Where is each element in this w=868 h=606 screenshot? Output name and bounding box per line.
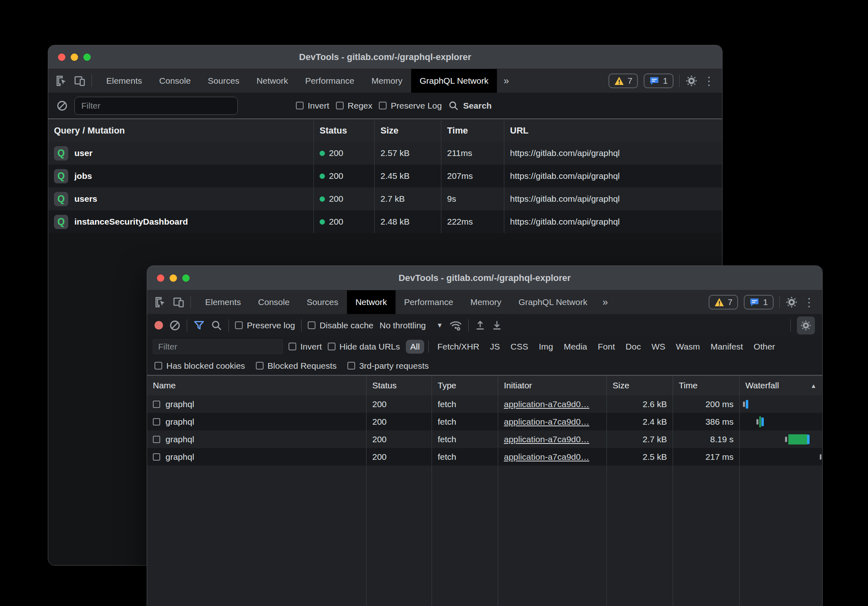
filter-input[interactable] <box>74 97 238 115</box>
checkbox[interactable] <box>328 343 336 350</box>
more-tabs-chevron[interactable]: » <box>497 69 515 93</box>
inspect-element-icon[interactable] <box>154 296 167 308</box>
network-settings-button[interactable] <box>797 316 815 334</box>
checkbox[interactable] <box>336 102 344 109</box>
filter-input[interactable] <box>153 339 283 354</box>
tab-elements[interactable]: Elements <box>98 69 151 93</box>
filter-chip-all[interactable]: All <box>406 340 424 354</box>
filter-chip-font[interactable]: Font <box>593 340 620 354</box>
titlebar[interactable]: DevTools - gitlab.com/-/graphql-explorer <box>48 45 722 69</box>
filter-chip-fetch-xhr[interactable]: Fetch/XHR <box>433 340 484 354</box>
table-row[interactable]: Quser 200 2.57 kB 211ms https://gitlab.c… <box>48 142 722 165</box>
column-header-query-mutation[interactable]: Query / Mutation <box>48 119 313 142</box>
checkbox[interactable] <box>347 362 355 370</box>
hide-data-urls-checkbox[interactable]: Hide data URLs <box>328 342 400 352</box>
has-blocked-cookies-checkbox[interactable]: Has blocked cookies <box>154 361 245 371</box>
tab-sources[interactable]: Sources <box>199 69 248 93</box>
third-party-requests-checkbox[interactable]: 3rd-party requests <box>347 361 429 371</box>
table-row[interactable]: Qusers 200 2.7 kB 9s https://gitlab.com/… <box>48 187 722 210</box>
filter-chip-img[interactable]: Img <box>535 340 558 354</box>
kebab-menu-icon[interactable]: ⋮ <box>703 74 715 88</box>
warnings-badge[interactable]: 7 <box>709 295 738 310</box>
column-header-time[interactable]: Time <box>441 119 504 142</box>
initiator-link[interactable]: application-a7ca9d0… <box>504 452 589 462</box>
checkbox[interactable] <box>256 362 264 370</box>
column-header-initiator[interactable]: Initiator <box>498 376 606 395</box>
tab-graphql-network[interactable]: GraphQL Network <box>411 69 497 93</box>
settings-gear-icon[interactable] <box>785 296 798 308</box>
tab-elements[interactable]: Elements <box>197 290 250 314</box>
filter-chip-css[interactable]: CSS <box>506 340 532 354</box>
column-header-time[interactable]: Time <box>673 376 739 395</box>
column-header-name[interactable]: Name <box>147 376 366 395</box>
filter-chip-media[interactable]: Media <box>559 340 592 354</box>
checkbox[interactable] <box>379 102 387 109</box>
settings-gear-icon[interactable] <box>685 75 698 87</box>
inspect-element-icon[interactable] <box>56 75 68 87</box>
tab-memory[interactable]: Memory <box>462 290 510 314</box>
initiator-link[interactable]: application-a7ca9d0… <box>504 399 589 409</box>
tab-graphql-network[interactable]: GraphQL Network <box>510 290 596 314</box>
network-conditions-icon[interactable] <box>449 319 462 332</box>
filter-chip-ws[interactable]: WS <box>647 340 670 354</box>
minimize-window-button[interactable] <box>71 53 78 61</box>
clear-icon[interactable] <box>56 100 68 111</box>
export-har-icon[interactable] <box>492 320 502 331</box>
row-checkbox[interactable] <box>153 401 160 408</box>
column-header-size[interactable]: Size <box>606 376 673 395</box>
column-header-size[interactable]: Size <box>374 119 441 142</box>
column-header-status[interactable]: Status <box>366 376 432 395</box>
table-row[interactable]: graphql 200 fetch application-a7ca9d0… 2… <box>147 430 822 448</box>
filter-chip-js[interactable]: JS <box>485 340 505 354</box>
checkbox[interactable] <box>308 321 315 329</box>
checkbox[interactable] <box>154 362 162 370</box>
titlebar[interactable]: DevTools - gitlab.com/-/graphql-explorer <box>147 266 822 290</box>
table-row[interactable]: QinstanceSecurityDashboard 200 2.48 kB 2… <box>48 210 722 233</box>
kebab-menu-icon[interactable]: ⋮ <box>803 296 815 309</box>
invert-checkbox[interactable]: Invert <box>289 342 322 352</box>
preserve-log-checkbox[interactable]: Preserve Log <box>379 101 442 111</box>
filter-chip-manifest[interactable]: Manifest <box>706 340 747 354</box>
issues-badge[interactable]: 1 <box>744 295 774 310</box>
tab-network[interactable]: Network <box>248 69 297 93</box>
minimize-window-button[interactable] <box>170 274 177 282</box>
device-toolbar-icon[interactable] <box>74 75 86 87</box>
table-row[interactable]: graphql 200 fetch application-a7ca9d0… 2… <box>147 448 822 466</box>
column-header-waterfall[interactable]: Waterfall ▲ <box>739 376 822 395</box>
disable-cache-checkbox[interactable]: Disable cache <box>308 321 374 330</box>
search-button[interactable]: Search <box>448 100 492 111</box>
throttling-dropdown[interactable]: No throttling ▼ <box>380 321 443 330</box>
search-icon[interactable] <box>211 320 222 331</box>
more-tabs-chevron[interactable]: » <box>596 290 614 314</box>
row-checkbox[interactable] <box>153 436 160 443</box>
table-row[interactable]: graphql 200 fetch application-a7ca9d0… 2… <box>147 413 822 430</box>
tab-performance[interactable]: Performance <box>396 290 462 314</box>
tab-network[interactable]: Network <box>347 290 396 314</box>
filter-chip-other[interactable]: Other <box>749 340 780 354</box>
checkbox[interactable] <box>296 102 304 109</box>
issues-badge[interactable]: 1 <box>644 74 673 88</box>
column-header-status[interactable]: Status <box>313 119 374 142</box>
table-row[interactable]: graphql 200 fetch application-a7ca9d0… 2… <box>147 395 822 413</box>
filter-funnel-icon[interactable] <box>193 320 205 331</box>
tab-console[interactable]: Console <box>250 290 298 314</box>
record-button[interactable] <box>154 321 163 330</box>
close-window-button[interactable] <box>157 274 164 282</box>
column-header-type[interactable]: Type <box>432 376 498 395</box>
warnings-badge[interactable]: 7 <box>608 74 638 88</box>
filter-chip-wasm[interactable]: Wasm <box>671 340 705 354</box>
preserve-log-checkbox[interactable]: Preserve log <box>235 321 295 330</box>
initiator-link[interactable]: application-a7ca9d0… <box>504 417 589 427</box>
blocked-requests-checkbox[interactable]: Blocked Requests <box>256 361 337 371</box>
zoom-window-button[interactable] <box>83 53 91 61</box>
import-har-icon[interactable] <box>475 320 485 331</box>
tab-sources[interactable]: Sources <box>298 290 347 314</box>
checkbox[interactable] <box>235 321 243 329</box>
tab-memory[interactable]: Memory <box>363 69 411 93</box>
zoom-window-button[interactable] <box>182 274 190 282</box>
column-header-url[interactable]: URL <box>504 119 722 142</box>
row-checkbox[interactable] <box>153 418 160 426</box>
table-row[interactable]: Qjobs 200 2.45 kB 207ms https://gitlab.c… <box>48 165 722 187</box>
row-checkbox[interactable] <box>153 453 160 461</box>
regex-checkbox[interactable]: Regex <box>336 101 373 111</box>
